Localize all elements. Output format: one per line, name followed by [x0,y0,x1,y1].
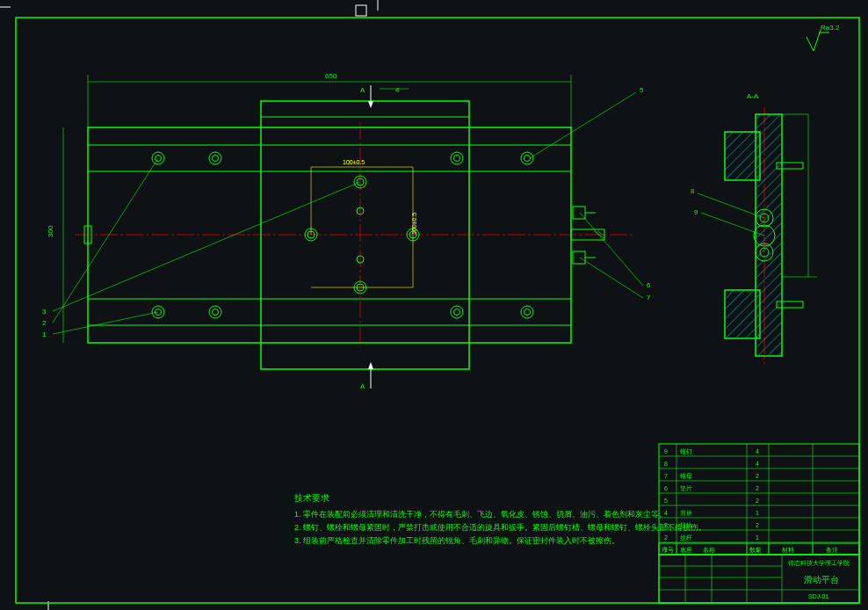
svg-line-69 [53,182,360,311]
leader-3: 3 [42,308,47,316]
svg-line-65 [580,213,643,286]
svg-text:A: A [360,86,365,94]
svg-point-23 [524,156,531,162]
svg-point-27 [213,309,219,316]
drawing-title: 滑动平台 [804,575,839,585]
dim-650: 650 [325,72,337,80]
svg-rect-2 [356,5,366,16]
svg-point-29 [454,309,460,316]
svg-text:2: 2 [756,497,759,504]
svg-point-28 [451,306,463,318]
drawing-number: SDJ-01 [808,593,828,599]
dim-100v: 100±0.5 [411,213,417,235]
front-view: 650 300 [42,72,651,390]
notes-title: 技术要求 [293,493,329,503]
notes-line3: 3. 组装前严格检查并清除零件加工时残留的锐角、毛刺和异物。保证密封件装入时不被… [294,536,619,545]
svg-text:垫片: 垫片 [680,485,692,491]
svg-text:序号: 序号 [662,547,674,553]
bom-rows: 9螺钉4 84 7螺母2 6垫片2 52 4滑块1 3导轨2 2丝杆1 1底座1 [664,448,759,553]
svg-line-66 [580,258,643,298]
svg-text:9: 9 [664,448,668,454]
svg-line-68 [53,158,158,323]
svg-text:导轨: 导轨 [680,522,692,529]
svg-text:5: 5 [664,497,668,504]
svg-text:Ra3.2: Ra3.2 [821,24,840,32]
svg-text:2: 2 [756,485,759,491]
svg-text:6: 6 [664,485,668,491]
svg-marker-62 [368,362,373,369]
svg-text:4: 4 [664,510,668,516]
svg-text:丝杆: 丝杆 [680,534,692,541]
section-label: A-A [747,92,759,100]
svg-text:A: A [360,382,365,390]
institution: 传志科技大学理工学院 [788,560,850,567]
svg-line-67 [53,312,158,334]
leader-9: 9 [694,208,698,216]
svg-point-26 [209,306,221,318]
svg-rect-77 [725,290,760,338]
svg-point-31 [524,309,531,316]
svg-point-19 [213,156,219,162]
leader-1: 1 [42,330,47,338]
svg-text:2: 2 [756,522,759,528]
svg-line-88 [698,193,764,218]
surface-finish-symbol: Ra3.2 [807,24,840,51]
notes-line1: 1. 零件在装配前必须清理和清洗干净，不得有毛刺、飞边、氧化皮、锈蚀、切屑、油污… [294,510,667,519]
svg-text:8: 8 [664,461,668,467]
leader-5: 5 [640,86,644,94]
svg-text:1: 1 [756,534,759,541]
svg-point-20 [451,152,463,164]
svg-text:材料: 材料 [781,547,794,553]
svg-point-21 [454,156,460,162]
svg-text:4: 4 [395,86,400,94]
svg-text:滑块: 滑块 [680,510,692,516]
svg-text:螺钉: 螺钉 [680,448,692,454]
svg-text:1: 1 [756,510,759,516]
svg-text:2: 2 [664,534,668,541]
svg-text:备注: 备注 [826,547,838,553]
svg-text:底座: 底座 [680,547,692,553]
svg-text:2: 2 [756,473,759,479]
cad-drawing-viewport[interactable]: Ra3.2 650 300 [0,0,868,610]
leader-2: 2 [42,319,47,327]
leader-8: 8 [691,187,695,195]
section-view: A-A 8 9 [691,92,817,365]
leader-7: 7 [647,294,651,301]
section-arrow-bottom: A [360,362,373,390]
svg-line-64 [530,92,636,158]
svg-line-89 [701,213,764,236]
svg-marker-57 [368,101,373,108]
svg-text:4: 4 [756,461,759,467]
svg-text:4: 4 [756,448,759,454]
svg-point-18 [209,152,221,164]
bom-table: 9螺钉4 84 7螺母2 6垫片2 52 4滑块1 3导轨2 2丝杆1 1底座1 [659,444,859,555]
technical-requirements: 技术要求 1. 零件在装配前必须清理和清洗干净，不得有毛刺、飞边、氧化皮、锈蚀、… [293,493,706,545]
notes-line2: 2. 螺钉、螺栓和螺母紧固时，严禁打击或使用不合适的旋具和扳手。紧固后螺钉槽、螺… [294,523,706,532]
dim-100h: 100±0.5 [343,159,365,165]
svg-text:3: 3 [664,522,668,528]
svg-text:数量: 数量 [749,547,762,553]
leader-6: 6 [647,281,651,289]
dim-300: 300 [47,225,54,237]
svg-rect-75 [725,132,760,180]
svg-text:螺母: 螺母 [680,473,692,479]
svg-text:名称: 名称 [703,547,715,553]
svg-point-30 [521,306,533,318]
svg-text:7: 7 [664,473,668,479]
svg-rect-32 [261,101,469,369]
svg-point-22 [521,152,533,164]
svg-rect-51 [573,251,585,264]
section-arrow-top: A 4 [360,85,409,108]
